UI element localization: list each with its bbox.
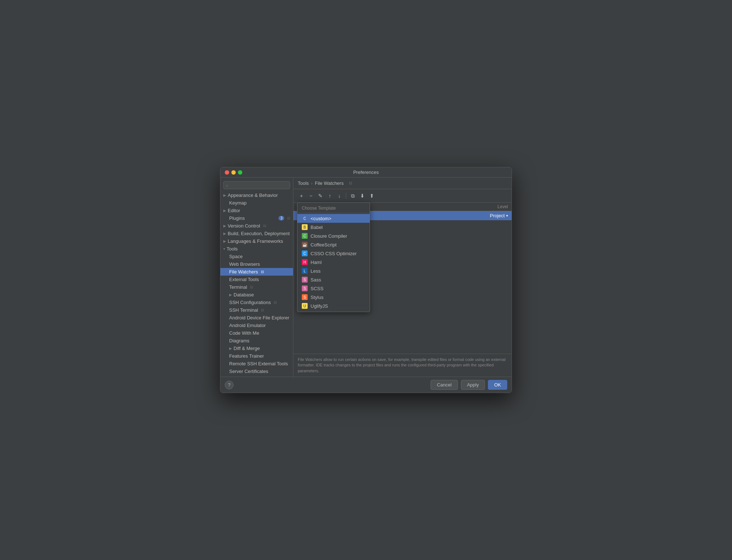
ok-button[interactable]: OK [488,380,507,390]
breadcrumb-file-watchers[interactable]: File Watchers [315,180,344,186]
sidebar-item-remote-ssh[interactable]: Remote SSH External Tools [220,360,293,368]
plugins-icon: ⊟ [287,216,290,220]
sidebar-item-file-watchers[interactable]: File Watchers ⊟ [220,268,293,276]
coffeescript-icon: ☕ [302,242,308,248]
dropdown-item-coffeescript[interactable]: ☕ CoffeeScript [297,240,370,249]
level-dropdown-arrow[interactable]: ▾ [506,214,508,218]
sidebar-item-server-certificates[interactable]: Server Certificates [220,368,293,375]
toolbar: + − ✎ ↑ ↓ ⧉ ⬇ ⬆ Choose Template C <custo… [293,189,512,203]
edit-button[interactable]: ✎ [316,191,325,200]
footer-description: File Watchers allow to run certain actio… [293,354,512,377]
dropdown-item-uglifyjs[interactable]: U UglifyJS [297,302,370,310]
sass-icon: S [302,277,308,283]
chevron-right-icon: ▶ [223,193,226,197]
chevron-right-icon-diff: ▶ [229,346,232,350]
maximize-button[interactable] [238,170,242,175]
sidebar-item-ssh-terminal[interactable]: SSH Terminal ⊟ [220,306,293,314]
sidebar-item-terminal[interactable]: Terminal ⊟ [220,283,293,291]
sidebar-item-diagrams[interactable]: Diagrams [220,337,293,345]
sidebar-item-android-file-explorer[interactable]: Android Device File Explorer [220,314,293,322]
search-input[interactable] [230,183,288,188]
chevron-down-icon-tools: ▾ [223,247,225,251]
traffic-lights [225,170,242,175]
scss-icon: S [302,285,308,291]
titlebar: Preferences [220,167,512,178]
haml-icon: H [302,259,308,265]
breadcrumb-tools[interactable]: Tools [298,180,309,186]
cancel-button[interactable]: Cancel [431,380,458,390]
sidebar: ⌕ ▶ Appearance & Behavior Keymap ▶ Edito… [220,178,293,377]
sidebar-item-code-with-me[interactable]: Code With Me [220,329,293,337]
chevron-right-icon-lang: ▶ [223,239,226,243]
move-down-button[interactable]: ↓ [335,191,344,200]
content-area: ⌕ ▶ Appearance & Behavior Keymap ▶ Edito… [220,178,512,377]
dropdown-item-babel[interactable]: B Babel [297,223,370,232]
sidebar-item-version-control[interactable]: ▶ Version Control ⊟ [220,222,293,230]
file-watchers-icon: ⊟ [261,270,264,274]
search-box[interactable]: ⌕ [223,181,290,189]
sidebar-item-keymap[interactable]: Keymap [220,199,293,207]
sidebar-item-ssh-configurations[interactable]: SSH Configurations ⊟ [220,299,293,306]
uglifyjs-icon: U [302,303,308,309]
window-title: Preferences [353,170,379,175]
sidebar-item-database[interactable]: ▶ Database [220,291,293,299]
sidebar-item-android-emulator[interactable]: Android Emulator [220,322,293,329]
dropdown-item-sass[interactable]: S Sass [297,275,370,284]
custom-icon: C [302,215,308,221]
dropdown-item-custom[interactable]: C <custom> [297,214,370,223]
breadcrumb-separator: › [311,180,312,186]
remove-button[interactable]: − [307,191,315,200]
babel-icon: B [302,224,308,230]
sidebar-item-appearance[interactable]: ▶ Appearance & Behavior [220,191,293,199]
export-button[interactable]: ⬆ [367,191,376,200]
sidebar-item-features-trainer[interactable]: Features Trainer [220,352,293,360]
copy-button[interactable]: ⧉ [348,191,357,200]
plugins-badge: 3 [278,216,284,221]
main-panel: Tools › File Watchers ⊟ + − ✎ ↑ ↓ ⧉ ⬇ ⬆ … [293,178,512,377]
dropdown-item-less[interactable]: L Less [297,267,370,275]
dropdown-item-closure-compiler[interactable]: C Closure Compiler [297,232,370,240]
col-header-level: Level [471,204,508,209]
less-icon: L [302,268,308,274]
chevron-right-icon-db: ▶ [229,293,232,297]
closure-icon: C [302,233,308,239]
terminal-icon: ⊟ [250,285,253,289]
dropdown-header: Choose Template [297,204,370,213]
row-level: Project ▾ [471,213,508,218]
minimize-button[interactable] [231,170,236,175]
ssh-term-icon: ⊟ [261,308,264,312]
sidebar-item-web-browsers[interactable]: Web Browsers [220,260,293,268]
sidebar-item-tools[interactable]: ▾ Tools [220,245,293,253]
bottom-bar: ? Cancel Apply OK [220,377,512,393]
stylus-icon: S [302,294,308,300]
chevron-right-icon-build: ▶ [223,232,226,236]
chevron-right-icon-editor: ▶ [223,209,226,213]
dropdown-item-haml[interactable]: H Haml [297,258,370,267]
close-button[interactable] [225,170,229,175]
breadcrumb: Tools › File Watchers ⊟ [293,178,512,189]
dropdown-item-scss[interactable]: S SCSS [297,284,370,293]
chevron-right-icon-vc: ▶ [223,224,226,228]
ssh-config-icon: ⊟ [274,300,277,304]
sidebar-item-build[interactable]: ▶ Build, Execution, Deployment [220,230,293,237]
toolbar-separator [346,192,346,199]
sidebar-item-space[interactable]: Space [220,253,293,260]
sidebar-item-external-tools[interactable]: External Tools [220,276,293,283]
preferences-window: Preferences ⌕ ▶ Appearance & Behavior Ke… [220,167,512,393]
panel-icon: ⊟ [349,181,352,186]
dropdown-item-stylus[interactable]: S Stylus [297,293,370,302]
sidebar-item-diff-merge[interactable]: ▶ Diff & Merge [220,345,293,352]
search-icon: ⌕ [226,183,228,187]
vc-icon: ⊟ [263,224,266,228]
apply-button[interactable]: Apply [461,380,485,390]
sidebar-item-editor[interactable]: ▶ Editor [220,207,293,214]
add-button[interactable]: + [297,191,306,200]
help-button[interactable]: ? [225,381,234,389]
csso-icon: C [302,250,308,256]
import-button[interactable]: ⬇ [358,191,367,200]
sidebar-item-plugins[interactable]: Plugins 3 ⊟ [220,214,293,222]
move-up-button[interactable]: ↑ [325,191,334,200]
dropdown-item-csso[interactable]: C CSSO CSS Optimizer [297,249,370,258]
choose-template-dropdown: Choose Template C <custom> B Babel C Clo… [297,202,370,312]
sidebar-item-languages[interactable]: ▶ Languages & Frameworks [220,237,293,245]
